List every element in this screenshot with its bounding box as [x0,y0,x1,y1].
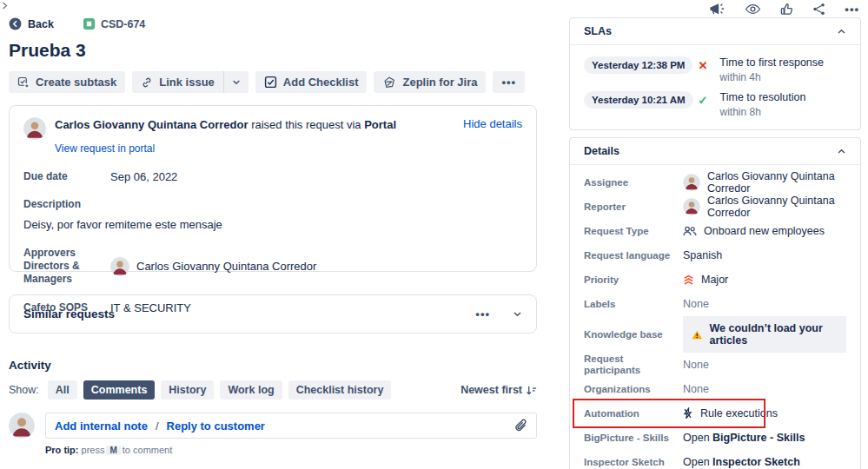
link-issue-split-button: Link issue [132,71,248,93]
attach-file-icon[interactable] [515,419,527,433]
slas-title: SLAs [584,25,612,37]
sla-time-badge: Yesterday 12:38 PM [584,56,692,74]
requester-name: Carlos Giovanny Quintana Corredor [55,118,248,131]
lightning-bolt-icon [683,407,692,419]
sidebar-expand-icon[interactable] [2,2,8,10]
zeplin-label: Zeplin for Jira [402,76,477,89]
details-title: Details [584,145,620,157]
sla-met-icon: ✓ [699,95,708,106]
open-inspector-sketch-link[interactable]: Open Inspector Sketch [683,456,800,468]
presence-indicator [30,433,35,439]
checkbox-icon [264,76,277,89]
comment-composer: Add internal note / Reply to customer [9,413,537,439]
comment-input[interactable]: Add internal note / Reply to customer [45,413,537,439]
filter-comments[interactable]: Comments [83,380,156,400]
due-date-label: Due date [23,170,100,183]
add-internal-note-link[interactable]: Add internal note [55,419,148,433]
issue-key-label: CSD-674 [101,18,145,30]
due-date-value[interactable]: Sep 06, 2022 [110,170,177,183]
issue-type-icon [83,18,95,30]
similar-requests-panel: Similar requests ••• [9,294,537,334]
priority-value[interactable]: Major [683,274,846,286]
more-actions-icon[interactable]: ••• [845,3,859,16]
slas-panel-header[interactable]: SLAs [570,18,860,45]
approvers-field: Approvers Directors & Managers Carlos Gi… [23,247,522,286]
request-participants-value[interactable]: None [683,359,846,371]
zeplin-for-jira-button[interactable]: Zeplin for Jira [374,71,486,93]
view-request-in-portal-link[interactable]: View request in portal [55,142,155,155]
automation-row: Automation Rule executions [570,401,860,426]
rule-executions-link[interactable]: Rule executions [683,407,778,419]
issue-key-link[interactable]: CSD-674 [83,18,145,30]
watch-eye-icon[interactable] [745,3,761,15]
reporter-avatar [683,198,700,215]
similar-requests-title: Similar requests [23,307,115,320]
hide-details-link[interactable]: Hide details [463,117,522,130]
raised-request-text: Carlos Giovanny Quintana Corredor raised… [55,117,396,132]
issue-side-column: SLAs Yesterday 12:38 PM ✕ Time to first … [569,17,861,469]
details-panel-header[interactable]: Details [570,138,860,165]
create-subtask-label: Create subtask [36,76,116,89]
cafeto-sops-value[interactable]: IT & SECURITY [110,301,191,314]
similar-requests-expand-icon[interactable] [513,311,522,317]
priority-row: Priority Major [570,268,860,292]
approvers-value[interactable]: Carlos Giovanny Quintana Corredor [110,247,316,286]
back-button[interactable]: Back [9,17,54,30]
activity-title: Activity [9,359,537,372]
collapse-chevron-up-icon [837,149,846,155]
share-icon[interactable] [812,3,825,16]
people-icon [683,226,697,236]
sort-order-button[interactable]: Newest first [461,384,537,396]
priority-major-icon [683,274,694,286]
issue-main-column: Back CSD-674 Prueba 3 Create subtask Lin… [9,17,537,455]
issue-toolbar: Create subtask Link issue Add Checklist … [9,71,537,93]
sla-breached-icon: ✕ [698,60,707,71]
request-details-card: Carlos Giovanny Quintana Corredor raised… [9,105,537,272]
request-type-row: Request Type Onboard new employees [570,219,860,243]
sort-order-label: Newest first [461,384,522,396]
request-language-row: Request language Spanish [570,243,860,268]
organizations-row: Organizations None [570,377,860,401]
filter-checklist-history[interactable]: Checklist history [288,380,392,400]
collapse-chevron-up-icon [837,29,846,35]
slas-panel: SLAs Yesterday 12:38 PM ✕ Time to first … [569,17,861,130]
activity-filters: Show: All Comments History Work log Chec… [9,380,537,400]
description-value[interactable]: Deisy, por favor remiteme este mensaje [23,218,522,231]
organizations-value[interactable]: None [683,383,846,395]
requester-avatar[interactable] [23,117,46,140]
labels-value[interactable]: None [683,298,846,310]
reporter-value[interactable]: Carlos Giovanny Quintana Corredor [683,195,846,219]
toolbar-more-button[interactable]: ••• [493,71,525,93]
vote-thumbs-up-icon[interactable] [780,3,793,16]
details-panel: Details Assignee Carlos Giovanny Quintan… [569,137,861,469]
link-icon [141,76,153,89]
filter-all[interactable]: All [48,380,77,400]
add-checklist-button[interactable]: Add Checklist [255,71,368,93]
current-user-avatar [9,413,35,439]
inspector-sketch-row: Inspector Sketch Open Inspector Sketch [570,450,860,469]
sla-goal: within 4h [719,71,824,83]
filter-history[interactable]: History [161,380,214,400]
sort-descending-icon [526,385,537,396]
link-issue-label: Link issue [159,76,215,89]
link-issue-dropdown-button[interactable] [223,71,248,93]
link-issue-button[interactable]: Link issue [132,71,223,93]
sla-time-badge: Yesterday 10:21 AM [584,91,693,109]
reporter-row: Reporter Carlos Giovanny Quintana Corred… [570,195,860,219]
knowledge-base-row: Knowledge base We couldn’t load your art… [570,316,860,353]
sla-row-resolution: Yesterday 10:21 AM ✓ Time to resolution … [584,91,846,118]
labels-row: Labels None [570,292,860,316]
open-bigpicture-link[interactable]: Open BigPicture - Skills [683,432,805,444]
feedback-megaphone-icon[interactable] [709,3,726,16]
issue-actions-bar: ••• [709,3,859,16]
assignee-value[interactable]: Carlos Giovanny Quintana Corredor [683,170,846,195]
subtask-icon [17,76,30,89]
description-field: Description Deisy, por favor remiteme es… [23,198,522,231]
filter-work-log[interactable]: Work log [220,380,282,400]
request-type-value[interactable]: Onboard new employees [683,225,846,237]
pro-tip: Pro tip: pressMto comment [45,445,537,455]
reply-to-customer-link[interactable]: Reply to customer [167,419,265,433]
similar-requests-more-icon[interactable]: ••• [475,307,490,320]
create-subtask-button[interactable]: Create subtask [9,71,125,93]
request-language-value[interactable]: Spanish [683,249,846,261]
